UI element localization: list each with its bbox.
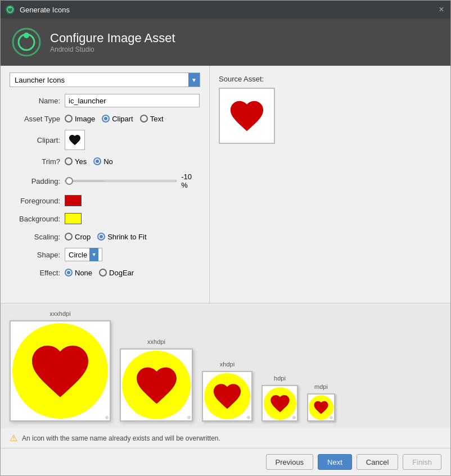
next-button[interactable]: Next xyxy=(318,454,352,470)
cancel-button[interactable]: Cancel xyxy=(357,454,398,470)
scaling-label: Scaling: xyxy=(10,233,60,241)
source-heart-icon xyxy=(227,96,267,135)
crop-radio[interactable]: Crop xyxy=(65,233,91,241)
clipart-button[interactable] xyxy=(65,130,85,150)
preview-hdpi: hdpi xyxy=(261,375,298,421)
asset-type-row: Asset Type Image Clipart Text xyxy=(10,112,200,125)
source-asset-box xyxy=(219,88,275,144)
name-row: Name: xyxy=(10,94,200,107)
dropdown-arrow-icon: ▼ xyxy=(188,73,200,87)
xxxhdpi-label: xxxhdpi xyxy=(49,310,70,317)
text-radio[interactable]: Text xyxy=(140,115,164,123)
svg-point-2 xyxy=(9,6,11,8)
name-input[interactable] xyxy=(65,94,200,107)
launcher-icons-dropdown[interactable]: Launcher Icons ▼ xyxy=(10,72,200,87)
preview-icons-row: xxxhdpi xxhdpi xyxy=(10,310,441,421)
effect-dogear-radio-outer xyxy=(99,269,107,276)
xxxhdpi-box xyxy=(10,320,111,421)
preview-section: xxxhdpi xxhdpi xyxy=(1,303,450,428)
left-panel: Launcher Icons ▼ Name: Asset Type Image xyxy=(1,66,210,303)
clipart-radio[interactable]: Clipart xyxy=(102,115,133,123)
heart-icon xyxy=(68,133,82,147)
trim-yes-radio[interactable]: Yes xyxy=(65,157,87,166)
close-button[interactable]: × xyxy=(437,5,446,14)
effect-radio-group: None DogEar xyxy=(65,269,134,277)
header: Configure Image Asset Android Studio xyxy=(1,19,450,66)
name-label: Name: xyxy=(10,97,60,105)
mdpi-icon xyxy=(309,395,333,420)
shape-dropdown[interactable]: Circle ▼ xyxy=(65,248,102,261)
trim-yes-label: Yes xyxy=(75,157,87,166)
shape-value: Circle xyxy=(69,251,87,259)
trim-yes-radio-outer xyxy=(65,157,73,165)
finish-button[interactable]: Finish xyxy=(403,454,441,470)
warning-icon: ⚠ xyxy=(10,433,17,443)
shape-dropdown-arrow-icon: ▼ xyxy=(89,248,98,261)
shrink-radio-outer xyxy=(97,233,105,241)
hdpi-label: hdpi xyxy=(274,375,286,382)
image-radio-outer xyxy=(65,115,73,123)
crop-radio-outer xyxy=(65,233,73,241)
effect-row: Effect: None DogEar xyxy=(10,266,200,279)
main-window: Generate Icons × Configure Image Asset A… xyxy=(0,0,451,476)
hdpi-box xyxy=(261,385,298,421)
xxhdpi-box xyxy=(120,348,193,421)
footer: Previous Next Cancel Finish xyxy=(1,448,450,475)
padding-row: Padding: -10 % xyxy=(10,173,200,189)
text-radio-label: Text xyxy=(150,115,164,123)
effect-dogear-label: DogEar xyxy=(109,269,134,277)
xxxhdpi-icon xyxy=(12,323,108,419)
foreground-row: Foreground: xyxy=(10,194,200,207)
shrink-radio[interactable]: Shrink to Fit xyxy=(97,233,146,241)
mdpi-heart-icon xyxy=(313,399,330,416)
background-label: Background: xyxy=(10,215,60,223)
scaling-radio-group: Crop Shrink to Fit xyxy=(65,233,147,241)
shrink-radio-inner xyxy=(100,235,103,238)
previous-button[interactable]: Previous xyxy=(266,454,314,470)
source-asset-label: Source Asset: xyxy=(219,75,264,83)
trim-no-label: No xyxy=(103,157,113,166)
effect-none-label: None xyxy=(75,269,92,277)
xxhdpi-icon xyxy=(122,351,191,419)
padding-slider-container: -10 % xyxy=(65,173,200,189)
effect-dogear-radio[interactable]: DogEar xyxy=(99,269,134,277)
preview-xxhdpi: xxhdpi xyxy=(120,338,193,421)
xhdpi-heart-icon xyxy=(211,380,243,412)
xxhdpi-heart-icon xyxy=(133,361,181,409)
trim-label: Trim? xyxy=(10,157,60,166)
preview-xxxhdpi: xxxhdpi xyxy=(10,310,111,421)
xxxhdpi-heart-icon xyxy=(26,337,94,405)
effect-none-radio[interactable]: None xyxy=(65,269,92,277)
clipart-radio-inner xyxy=(104,117,107,120)
shape-label: Shape: xyxy=(10,251,60,259)
image-radio-label: Image xyxy=(75,115,95,123)
shrink-label: Shrink to Fit xyxy=(107,233,146,241)
xxhdpi-label: xxhdpi xyxy=(147,338,165,345)
header-text: Configure Image Asset Android Studio xyxy=(50,31,175,53)
padding-slider[interactable] xyxy=(65,180,177,182)
clipart-radio-label: Clipart xyxy=(112,115,133,123)
clipart-row: Clipart: xyxy=(10,130,200,150)
main-content: Launcher Icons ▼ Name: Asset Type Image xyxy=(1,66,450,303)
padding-label: Padding: xyxy=(10,177,60,185)
trim-no-radio[interactable]: No xyxy=(93,157,113,166)
right-panel: Source Asset: xyxy=(210,66,450,303)
trim-radio-group: Yes No xyxy=(65,157,113,166)
clipart-label: Clipart: xyxy=(10,136,60,144)
preview-xhdpi: xhdpi xyxy=(202,361,252,421)
background-row: Background: xyxy=(10,212,200,225)
padding-value: -10 % xyxy=(181,173,200,189)
preview-mdpi: mdpi xyxy=(307,383,335,421)
title-bar: Generate Icons × xyxy=(1,1,450,19)
mdpi-box xyxy=(307,393,335,421)
header-title: Configure Image Asset xyxy=(50,31,175,46)
foreground-color-swatch[interactable] xyxy=(65,195,82,206)
asset-type-radio-group: Image Clipart Text xyxy=(65,115,164,123)
mdpi-label: mdpi xyxy=(314,383,328,390)
svg-point-5 xyxy=(24,33,29,38)
foreground-label: Foreground: xyxy=(10,197,60,205)
clipart-radio-outer xyxy=(102,115,110,123)
image-radio[interactable]: Image xyxy=(65,115,95,123)
background-color-swatch[interactable] xyxy=(65,213,82,224)
warning-text: An icon with the same name already exist… xyxy=(22,434,220,442)
